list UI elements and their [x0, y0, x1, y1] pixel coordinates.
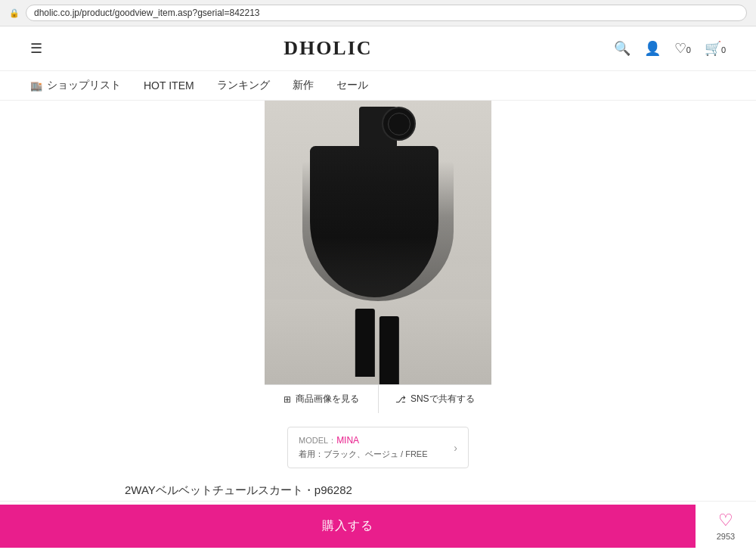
nav-hot-item[interactable]: HOT ITEM: [144, 79, 194, 92]
chevron-right-icon: ›: [454, 442, 457, 454]
main-content: ⊞ 商品画像を見る ⎇ SNSで共有する MODEL：MINA 着用：ブラック、…: [0, 101, 756, 550]
model-wearing: 着用：ブラック、ベージュ / FREE: [299, 449, 428, 460]
product-image: [265, 101, 491, 384]
header-left: ☰: [30, 40, 42, 57]
search-icon[interactable]: 🔍: [614, 40, 631, 57]
model-figure: [265, 101, 491, 384]
url-bar[interactable]: dholic.co.jp/product/goodview_item.asp?g…: [26, 5, 747, 21]
hamburger-icon[interactable]: ☰: [30, 40, 42, 57]
nav-sale[interactable]: セール: [336, 79, 368, 92]
lock-icon: 🔒: [9, 8, 20, 18]
browser-bar: 🔒 dholic.co.jp/product/goodview_item.asp…: [0, 0, 756, 26]
site-header: ☰ DHOLIC 🔍 👤 ♡0 🛒0: [0, 26, 756, 71]
nav-new[interactable]: 新作: [293, 79, 314, 92]
wishlist-count: 2953: [717, 532, 735, 541]
gallery-icon: ⊞: [284, 394, 291, 405]
buy-wishlist[interactable]: ♡ 2953: [696, 502, 756, 550]
share-icon: ⎇: [395, 394, 406, 405]
nav-shop-list[interactable]: 🏬 ショップリスト: [30, 79, 121, 92]
shop-icon: 🏬: [30, 80, 42, 92]
sns-share-button[interactable]: ⎇ SNSで共有する: [379, 384, 492, 413]
model-info-bar[interactable]: MODEL：MINA 着用：ブラック、ベージュ / FREE ›: [287, 427, 469, 468]
buy-bar: 購入する ♡ 2953: [0, 501, 756, 550]
nav-ranking[interactable]: ランキング: [217, 79, 270, 92]
buy-button[interactable]: 購入する: [0, 505, 696, 548]
cart-icon[interactable]: 🛒0: [705, 40, 726, 57]
product-image-container: ⊞ 商品画像を見る ⎇ SNSで共有する: [265, 101, 491, 413]
heart-icon: ♡: [718, 511, 733, 530]
model-info-text: MODEL：MINA 着用：ブラック、ベージュ / FREE: [299, 435, 428, 460]
account-icon[interactable]: 👤: [644, 40, 661, 57]
gallery-button[interactable]: ⊞ 商品画像を見る: [265, 384, 379, 413]
site-nav: 🏬 ショップリスト HOT ITEM ランキング 新作 セール: [0, 71, 756, 101]
site-logo[interactable]: DHOLIC: [284, 37, 372, 60]
header-right: 🔍 👤 ♡0 🛒0: [614, 40, 726, 57]
product-title: 2WAYベルベットチュールスカート・p96282: [125, 483, 631, 498]
image-overlay-buttons: ⊞ 商品画像を見る ⎇ SNSで共有する: [265, 384, 491, 413]
wishlist-icon[interactable]: ♡0: [674, 40, 691, 57]
model-label-row: MODEL：MINA: [299, 435, 428, 446]
